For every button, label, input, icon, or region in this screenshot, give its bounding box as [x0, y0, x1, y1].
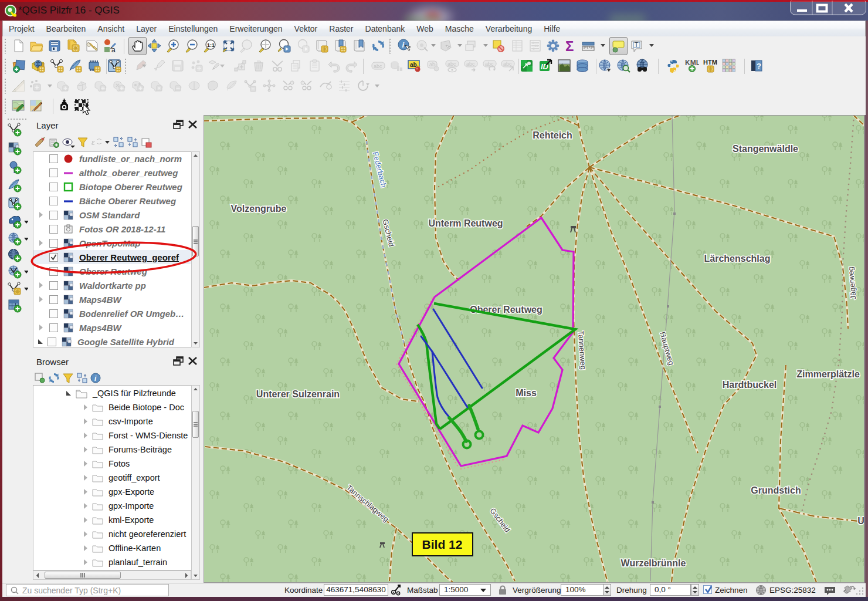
svg-text:?: ? — [757, 62, 761, 70]
svg-text:Stangenwäldle: Stangenwäldle — [733, 144, 798, 154]
svg-text:abc: abc — [466, 61, 475, 67]
svg-text:Unterer Sulzenrain: Unterer Sulzenrain — [256, 389, 340, 399]
svg-text:ab: ab — [410, 62, 417, 68]
svg-text:ε: ε — [91, 138, 95, 147]
svg-text:Bild 12: Bild 12 — [422, 538, 463, 551]
svg-text:Lärchenschlag: Lärchenschlag — [704, 254, 771, 264]
svg-text:U: U — [857, 516, 864, 526]
svg-text:Miss: Miss — [516, 388, 537, 398]
svg-text:T: T — [635, 42, 638, 48]
svg-text:Zimmerplätzle: Zimmerplätzle — [796, 369, 860, 379]
svg-text:abc: abc — [374, 63, 382, 69]
svg-text:Volzengrube: Volzengrube — [231, 204, 287, 214]
svg-text:Grundstich: Grundstich — [751, 485, 801, 495]
svg-text:a: a — [111, 46, 116, 53]
svg-text:Unterm Reutweg: Unterm Reutweg — [428, 218, 503, 228]
svg-text:HTML: HTML — [703, 59, 717, 66]
svg-text:abc: abc — [503, 61, 512, 67]
svg-text:ab: ab — [429, 62, 435, 67]
svg-text:i: i — [402, 40, 405, 49]
svg-text:abc: abc — [447, 61, 456, 67]
svg-text:Hardtbuckel: Hardtbuckel — [723, 380, 777, 390]
svg-text:Wurzelbrünnle: Wurzelbrünnle — [621, 558, 686, 568]
svg-text:Σ: Σ — [565, 39, 574, 53]
svg-text:Rehteich: Rehteich — [533, 130, 572, 140]
svg-text:1:1: 1:1 — [207, 42, 215, 48]
